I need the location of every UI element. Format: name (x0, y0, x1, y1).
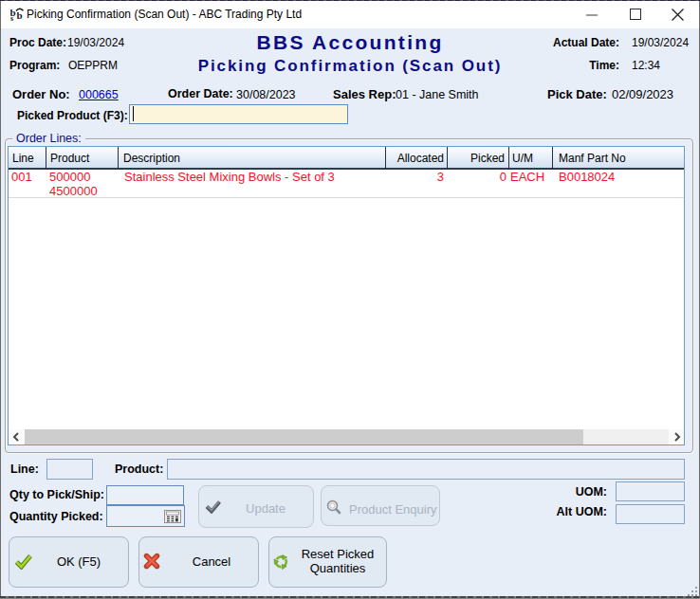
svg-text:s: s (10, 14, 13, 22)
svg-text:b: b (17, 9, 23, 21)
